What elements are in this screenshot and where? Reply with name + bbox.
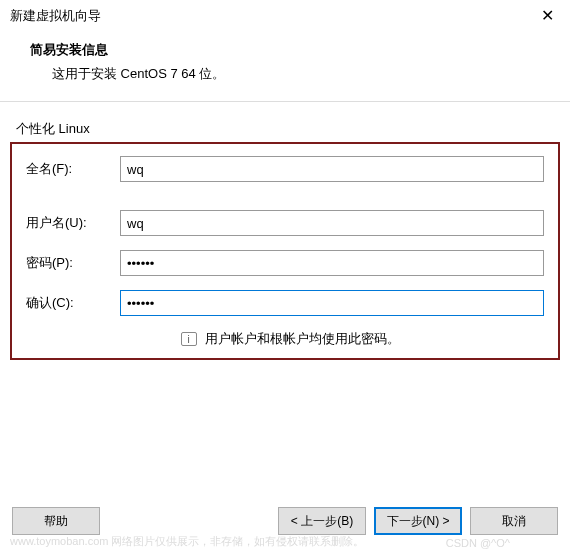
fullname-field[interactable] xyxy=(120,156,544,182)
info-icon: i xyxy=(181,332,197,346)
cancel-button[interactable]: 取消 xyxy=(470,507,558,535)
confirm-field[interactable] xyxy=(120,290,544,316)
password-field[interactable] xyxy=(120,250,544,276)
password-note: 用户帐户和根帐户均使用此密码。 xyxy=(205,330,400,348)
watermark-right: CSDN @^O^ xyxy=(446,537,510,549)
next-button[interactable]: 下一步(N) > xyxy=(374,507,462,535)
group-label: 个性化 Linux xyxy=(16,120,560,138)
password-label: 密码(P): xyxy=(26,254,120,272)
personalize-group: 全名(F): 用户名(U): 密码(P): 确认(C): i 用户帐户和根帐户均… xyxy=(10,142,560,360)
page-title: 简易安装信息 xyxy=(30,41,550,59)
fullname-label: 全名(F): xyxy=(26,160,120,178)
page-subtitle: 这用于安装 CentOS 7 64 位。 xyxy=(30,65,550,83)
back-button[interactable]: < 上一步(B) xyxy=(278,507,366,535)
close-icon[interactable]: ✕ xyxy=(535,6,560,25)
username-label: 用户名(U): xyxy=(26,214,120,232)
watermark-left: www.toymoban.com 网络图片仅供展示，非存储，如有侵权请联系删除。 xyxy=(10,534,560,549)
footer: 帮助 < 上一步(B) 下一步(N) > 取消 xyxy=(0,507,570,535)
window-title: 新建虚拟机向导 xyxy=(10,7,101,25)
help-button[interactable]: 帮助 xyxy=(12,507,100,535)
username-field[interactable] xyxy=(120,210,544,236)
confirm-label: 确认(C): xyxy=(26,294,120,312)
